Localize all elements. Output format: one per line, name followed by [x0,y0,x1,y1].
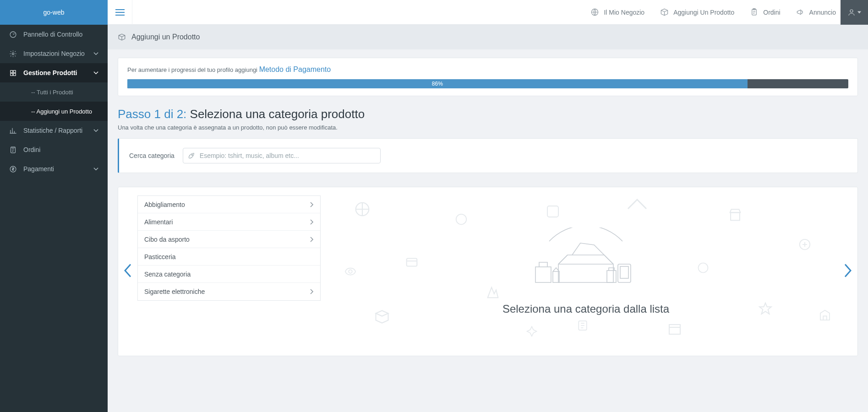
subnav-add-product[interactable]: -- Aggiungi un Prodotto [0,102,108,121]
brand-title: go-web [0,0,108,25]
globe-icon [590,8,599,16]
svg-point-12 [191,154,192,155]
svg-point-11 [850,10,853,12]
user-menu[interactable] [841,0,868,25]
category-label: Pasticceria [144,253,175,260]
chevron-down-icon [93,167,98,172]
subnav-all-products[interactable]: -- Tutti i Prodotti [0,82,108,102]
page-subheader: Aggiungi un Prodotto [108,25,868,49]
search-label: Cerca categoria [129,152,175,159]
category-row[interactable]: Pasticceria [138,248,320,266]
hamburger-button[interactable] [108,0,132,25]
svg-point-20 [349,270,352,274]
megaphone-icon [796,8,805,16]
svg-point-21 [699,263,708,272]
toplink-add-product[interactable]: Aggiungi Un Prodotto [660,8,734,16]
category-next-arrow[interactable] [844,264,852,279]
svg-rect-5 [13,73,16,76]
box-icon [118,33,126,41]
nav-label: Pannello di Controllo [23,31,82,38]
category-label: Alimentari [144,218,173,226]
category-row[interactable]: Abbigliamento [138,196,320,213]
nav-label: Ordini [23,146,40,153]
category-row[interactable]: Senza categoria [138,266,320,283]
profile-progress-card: Per aumentare i progressi del tuo profil… [118,58,858,96]
svg-rect-16 [547,206,558,217]
step-title: Seleziona una categoria prodotto [186,107,365,121]
step-note: Una volta che una categoria è assegnata … [118,124,858,131]
toplink-label: Aggiungi Un Prodotto [673,9,734,16]
category-label: Sigarette elettroniche [144,288,205,295]
category-label: Senza categoria [144,271,191,278]
svg-rect-3 [13,70,16,72]
nav-payments-icon [9,165,17,173]
category-pane: AbbigliamentoAlimentariCibo da asportoPa… [137,195,321,301]
topbar: Il Mio NegozioAggiungi Un ProdottoOrdini… [108,0,868,25]
category-search-input[interactable] [183,148,381,163]
clipboard-icon [750,8,759,16]
svg-point-15 [456,214,467,225]
chevron-down-icon [93,51,98,56]
toplink-label: Annuncio [809,9,836,16]
step-accent: Passo 1 di 2: [118,107,186,121]
progress-text: Per aumentare i progressi del tuo profil… [127,66,259,73]
nav-store-settings[interactable]: Impostazioni Negozio [0,44,108,63]
category-row[interactable]: Alimentari [138,213,320,231]
user-icon [847,8,856,16]
payment-method-link[interactable]: Metodo di Pagamento [259,65,331,73]
nav-label: Statistiche / Rapporti [23,127,82,134]
svg-point-1 [12,53,14,54]
chevron-right-icon [310,289,314,294]
chevron-right-icon [310,237,314,242]
nav-dashboard[interactable]: Pannello di Controllo [0,25,108,44]
box-icon [660,8,669,16]
progress-fill: 86% [127,79,748,88]
nav-product-mgmt[interactable]: Gestione Prodotti [0,63,108,82]
category-placeholder: Seleziona una categoria dalla lista [333,187,838,356]
category-label: Abbigliamento [144,201,185,208]
svg-rect-24 [620,266,628,278]
chevron-right-icon [310,202,314,207]
category-row[interactable]: Sigarette elettroniche [138,283,320,300]
toplink-announce[interactable]: Annuncio [796,8,836,16]
nav-reports-icon [9,127,17,135]
nav-orders[interactable]: Ordini [0,140,108,159]
category-row[interactable]: Cibo da asporto [138,231,320,248]
sidebar: go-web Pannello di Controllo Impostazion… [0,0,108,412]
toplink-my-store[interactable]: Il Mio Negozio [590,8,644,16]
progress-bar: 86% [127,79,848,88]
chevron-down-icon [93,128,98,133]
svg-rect-17 [731,212,740,220]
nav-reports[interactable]: Statistiche / Rapporti [0,121,108,140]
box-illustration-icon [526,228,645,292]
nav-label: Pagamenti [23,165,54,173]
nav-payments[interactable]: Pagamenti [0,159,108,179]
svg-rect-4 [11,73,13,76]
chevron-right-icon [310,219,314,225]
progress-percent-label: 86% [432,81,443,87]
chevron-down-icon [93,70,98,76]
rocket-icon [187,152,196,160]
nav-dashboard-icon [9,31,17,38]
nav-store-settings-icon [9,50,17,58]
nav-orders-icon [9,146,17,154]
category-prev-arrow[interactable] [124,264,132,279]
nav-product-mgmt-icon [9,69,17,77]
step-heading: Passo 1 di 2: Seleziona una categoria pr… [118,107,858,121]
nav-label: Gestione Prodotti [23,69,77,76]
nav-label: Impostazioni Negozio [23,50,85,57]
toplink-orders[interactable]: Ordini [750,8,780,16]
placeholder-title: Seleziona una categoria dalla lista [502,303,669,315]
toplink-label: Ordini [763,9,780,16]
category-label: Cibo da asporto [144,236,190,243]
page-title: Aggiungi un Prodotto [131,33,200,41]
svg-rect-23 [618,264,631,282]
svg-rect-14 [407,259,417,266]
category-browser: AbbigliamentoAlimentariCibo da asportoPa… [118,187,858,356]
caret-down-icon [857,11,861,14]
toplink-label: Il Mio Negozio [604,9,644,16]
search-wrap [183,148,381,163]
svg-rect-22 [535,267,551,282]
category-search-card: Cerca categoria [118,138,858,173]
svg-rect-2 [11,70,13,72]
